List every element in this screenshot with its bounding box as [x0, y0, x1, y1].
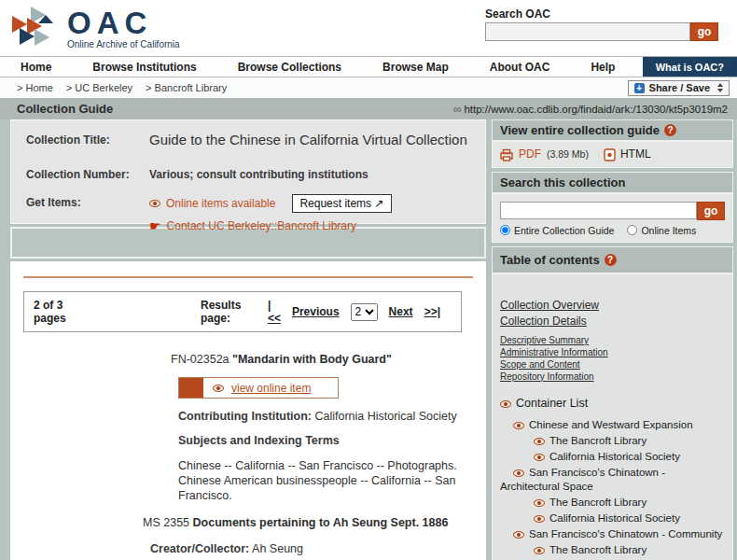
- toc-tree-item[interactable]: San Francisco's Chinatown - Community: [500, 527, 727, 541]
- page-title: Collection Guide: [17, 102, 113, 116]
- toc-tree-label: Container List: [516, 397, 588, 410]
- pdf-icon: [500, 147, 513, 161]
- site-header: OAC Online Archive of California Search …: [0, 0, 737, 56]
- table-of-contents-section: Table of contents ? Collection OverviewC…: [492, 246, 733, 560]
- view-online-item-link[interactable]: view online item: [231, 382, 311, 395]
- result-item: MS 2355 Documents pertaining to Ah Seung…: [143, 516, 475, 560]
- contact-library-link[interactable]: Contact UC Berkeley::Bancroft Library: [167, 219, 356, 232]
- permalink-url[interactable]: http://www.oac.cdlib.org/findaid/ark:/13…: [464, 104, 728, 115]
- request-items-button[interactable]: Request items ↗: [292, 194, 391, 213]
- eye-icon: [513, 422, 524, 429]
- toc-sublink[interactable]: Descriptive Summary: [500, 335, 727, 345]
- breadcrumb-link[interactable]: Bancroft Library: [155, 82, 228, 93]
- pdf-link[interactable]: PDF: [519, 147, 541, 161]
- breadcrumb-link[interactable]: UC Berkeley: [75, 82, 132, 93]
- html-label: HTML: [620, 147, 651, 161]
- logo-text: OAC: [67, 7, 180, 39]
- toc-tree-label: The Bancroft Library: [549, 544, 647, 555]
- toc-tree-item[interactable]: California Historical Society: [500, 511, 727, 525]
- eye-icon: [513, 531, 524, 539]
- eye-icon: [534, 499, 545, 507]
- next-page-link[interactable]: Next: [389, 305, 413, 318]
- nav-item[interactable]: Browse Collections: [217, 57, 362, 77]
- toc-tree-label: San Francisco's Chinatown - Community: [529, 528, 722, 539]
- eye-icon: [213, 385, 224, 392]
- toc-tree-label: California Historical Society: [549, 512, 680, 524]
- collection-title: Guide to the Chinese in California Virtu…: [149, 132, 467, 147]
- toc-sublink[interactable]: Scope and Content: [500, 359, 727, 370]
- item-title: Documents pertaining to Ah Seung Sept. 1…: [193, 516, 449, 529]
- pdf-size: (3.89 Mb): [547, 148, 589, 160]
- share-save-button[interactable]: + Share / Save: [628, 80, 730, 96]
- view-guide-title: View entire collection guide: [500, 123, 660, 137]
- toc-tree-item[interactable]: The Bancroft Library: [500, 434, 727, 448]
- breadcrumb-link[interactable]: Home: [26, 82, 53, 93]
- permalink-icon: ∞: [453, 103, 462, 116]
- radio-online-items-label[interactable]: Online Items: [641, 225, 696, 236]
- collection-search-input[interactable]: [500, 202, 697, 219]
- toc-sublink[interactable]: Administrative Information: [500, 347, 727, 357]
- thumbnail-chip: [179, 378, 203, 398]
- toc-tree-item[interactable]: San Francisco's Chinatown - Architectura…: [500, 466, 727, 494]
- first-page-link[interactable]: |<<: [268, 299, 281, 325]
- online-items-link[interactable]: Online items available: [166, 197, 275, 210]
- toc-link[interactable]: Collection Overview: [500, 299, 727, 312]
- nav-item[interactable]: Help: [570, 57, 635, 77]
- search-oac-label: Search OAC: [485, 7, 718, 21]
- html-link[interactable]: HTML: [604, 147, 651, 161]
- last-page-link[interactable]: >>|: [424, 305, 440, 318]
- toc-tree-item[interactable]: The Bancroft Library: [500, 543, 727, 557]
- search-collection-section: Search this collection go Entire Collect…: [492, 172, 733, 243]
- eye-icon: [534, 515, 545, 523]
- creator-value: Ah Seung: [252, 542, 303, 555]
- search-oac-go-button[interactable]: go: [690, 22, 718, 41]
- toc-tree-item[interactable]: Container List: [500, 397, 727, 411]
- breadcrumb-item: > Home: [17, 82, 53, 93]
- radio-entire-guide[interactable]: [500, 225, 510, 235]
- oac-logo[interactable]: OAC Online Archive of California: [11, 6, 180, 49]
- what-is-oac-button[interactable]: What is OAC?: [643, 57, 737, 77]
- page-select[interactable]: 2: [351, 303, 378, 321]
- toc-tree-item[interactable]: California Historical Society: [500, 450, 727, 464]
- contributing-institution-value: California Historical Society: [315, 410, 457, 423]
- toc-tree-item[interactable]: Chinese and Westward Expansion: [500, 418, 727, 432]
- eye-icon: [534, 547, 545, 554]
- share-dropdown-icon: [717, 83, 723, 92]
- oac-logo-icon: [11, 6, 54, 47]
- view-online-item-box[interactable]: view online item: [178, 377, 339, 399]
- toc-sublink[interactable]: Repository Information: [500, 371, 727, 382]
- divider-rule: [23, 276, 473, 278]
- radio-entire-guide-label[interactable]: Entire Collection Guide: [514, 225, 614, 236]
- toc-tree-item[interactable]: The Bancroft Library: [500, 496, 727, 510]
- share-plus-icon: +: [634, 83, 645, 93]
- search-oac-input[interactable]: [485, 22, 690, 41]
- toc-tree-label: California Historical Society: [549, 451, 680, 462]
- eye-icon: [513, 469, 524, 477]
- radio-online-items[interactable]: [627, 225, 637, 235]
- collection-search-go-button[interactable]: go: [697, 202, 725, 220]
- pagination-bar: 2 of 3 pages Results page: |<< Previous …: [23, 291, 462, 332]
- nav-item[interactable]: Browse Map: [362, 57, 469, 77]
- logo-tagline: Online Archive of California: [67, 39, 180, 49]
- eye-icon: [500, 400, 511, 408]
- subject-line: Chinese -- California -- San Francisco -…: [178, 458, 475, 473]
- breadcrumb-separator: >: [146, 82, 151, 93]
- item-title: "Mandarin with Body Guard": [232, 353, 392, 366]
- help-icon[interactable]: ?: [605, 254, 617, 266]
- nav-item[interactable]: Home: [0, 57, 72, 77]
- eye-icon: [534, 454, 545, 461]
- collection-guide-banner: Collection Guide ∞http://www.oac.cdlib.o…: [0, 98, 737, 119]
- contributing-institution-label: Contributing Institution:: [178, 410, 312, 423]
- nav-item[interactable]: Browse Institutions: [72, 57, 216, 77]
- html-icon: [604, 147, 616, 161]
- toc-link[interactable]: Collection Details: [500, 315, 727, 328]
- creator-label: Creator/Collector:: [150, 542, 249, 555]
- toc-title: Table of contents: [500, 253, 600, 267]
- permalink: ∞http://www.oac.cdlib.org/findaid/ark:/1…: [453, 103, 728, 116]
- nav-item[interactable]: About OAC: [469, 57, 571, 77]
- get-items-label: Get Items:: [26, 194, 149, 232]
- previous-page-link[interactable]: Previous: [292, 305, 340, 318]
- help-icon[interactable]: ?: [664, 124, 676, 136]
- breadcrumb-item: > UC Berkeley: [66, 82, 132, 93]
- breadcrumb: > Home > UC Berkeley > Bancroft Library …: [0, 77, 737, 98]
